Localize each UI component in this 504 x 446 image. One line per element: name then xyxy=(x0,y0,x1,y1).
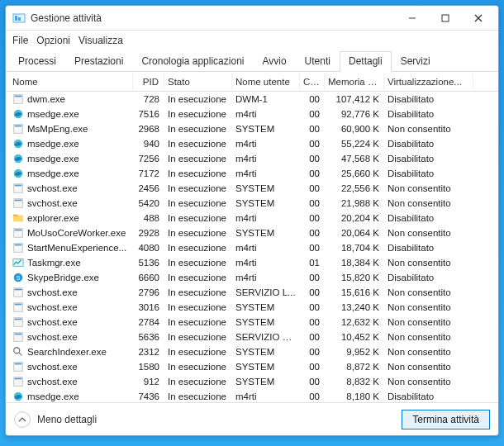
minimize-button[interactable] xyxy=(396,7,429,30)
cell-virt: Disabilitato xyxy=(384,212,473,224)
table-row[interactable]: svchost.exe912In esecuzioneSYSTEM008,832… xyxy=(6,374,498,389)
cell-cpu: 00 xyxy=(300,138,325,149)
tab-prestazioni[interactable]: Prestazioni xyxy=(65,51,132,72)
process-icon xyxy=(12,212,24,224)
table-row[interactable]: msedge.exe940In esecuzionem4rti0055,224 … xyxy=(6,136,498,151)
col-virt[interactable]: Virtualizzazione... xyxy=(384,74,473,90)
table-row[interactable]: msedge.exe7516In esecuzionem4rti0092,776… xyxy=(6,107,498,121)
menu-view[interactable]: Visualizza xyxy=(78,35,123,46)
process-icon xyxy=(12,227,24,239)
menu-file[interactable]: File xyxy=(12,35,28,46)
cell-mem: 8,180 K xyxy=(325,391,384,402)
col-user[interactable]: Nome utente xyxy=(232,74,300,90)
col-name[interactable]: Nome xyxy=(9,74,133,90)
tab-cronologia-applicazioni[interactable]: Cronologia applicazioni xyxy=(132,51,253,72)
cell-state: In esecuzione xyxy=(164,108,232,120)
tab-avvio[interactable]: Avvio xyxy=(253,51,295,72)
cell-mem: 20,204 K xyxy=(325,212,384,224)
col-mem[interactable]: Memoria (w... xyxy=(325,74,384,90)
window-title: Gestione attività xyxy=(31,12,102,24)
table-row[interactable]: msedge.exe7256In esecuzionem4rti0047,568… xyxy=(6,151,498,166)
table-row[interactable]: svchost.exe5420In esecuzioneSYSTEM0021,9… xyxy=(6,196,498,211)
cell-state: In esecuzione xyxy=(164,227,232,239)
table-row[interactable]: Taskmgr.exe5136In esecuzionem4rti0118,38… xyxy=(6,255,498,270)
process-name: msedge.exe xyxy=(27,139,79,149)
menu-options[interactable]: Opzioni xyxy=(36,35,70,46)
cell-state: In esecuzione xyxy=(164,316,232,328)
process-icon xyxy=(12,301,24,313)
cell-cpu: 00 xyxy=(300,272,325,283)
cell-pid: 5420 xyxy=(133,197,164,209)
process-icon xyxy=(12,153,24,164)
cell-virt: Disabilitato xyxy=(384,153,473,164)
chevron-up-icon xyxy=(14,411,31,428)
cell-virt: Disabilitato xyxy=(384,272,473,283)
cell-mem: 10,452 K xyxy=(325,331,384,343)
cell-virt: Non consentito xyxy=(384,123,473,135)
close-button[interactable] xyxy=(462,7,495,30)
process-name: MoUsoCoreWorker.exe xyxy=(27,228,126,238)
process-icon xyxy=(12,391,24,402)
cell-pid: 3016 xyxy=(133,301,164,313)
table-row[interactable]: svchost.exe2796In esecuzioneSERVIZIO L..… xyxy=(6,285,498,300)
table-row[interactable]: svchost.exe2456In esecuzioneSYSTEM0022,5… xyxy=(6,181,498,196)
svg-rect-20 xyxy=(13,215,17,217)
cell-state: In esecuzione xyxy=(164,93,232,105)
cell-state: In esecuzione xyxy=(164,257,232,268)
cell-mem: 13,240 K xyxy=(325,301,384,313)
fewer-details-button[interactable]: Meno dettagli xyxy=(14,411,97,428)
cell-mem: 18,384 K xyxy=(325,257,384,268)
cell-virt: Non consentito xyxy=(384,376,473,387)
table-row[interactable]: msedge.exe7172In esecuzionem4rti0025,660… xyxy=(6,166,498,181)
table-row[interactable]: svchost.exe1580In esecuzioneSYSTEM008,87… xyxy=(6,359,498,374)
cell-user: SYSTEM xyxy=(232,316,300,328)
cell-user: SYSTEM xyxy=(232,376,300,387)
maximize-button[interactable] xyxy=(429,7,462,30)
cell-mem: 15,616 K xyxy=(325,287,384,298)
end-task-button[interactable]: Termina attività xyxy=(402,410,490,429)
tab-dettagli[interactable]: Dettagli xyxy=(340,51,392,72)
table-row[interactable]: SearchIndexer.exe2312In esecuzioneSYSTEM… xyxy=(6,344,498,359)
cell-state: In esecuzione xyxy=(164,138,232,149)
cell-mem: 92,776 K xyxy=(325,108,384,120)
table-row[interactable]: MoUsoCoreWorker.exe2928In esecuzioneSYST… xyxy=(6,225,498,240)
process-table[interactable]: Nome PID Stato Nome utente CPU Memoria (… xyxy=(6,72,498,402)
tab-servizi[interactable]: Servizi xyxy=(392,51,440,72)
table-row[interactable]: SSkypeBridge.exe6660In esecuzionem4rti00… xyxy=(6,270,498,285)
table-row[interactable]: svchost.exe2784In esecuzioneSYSTEM0012,6… xyxy=(6,315,498,330)
cell-state: In esecuzione xyxy=(164,168,232,179)
cell-cpu: 00 xyxy=(300,153,325,164)
cell-pid: 488 xyxy=(133,212,164,224)
process-name: svchost.exe xyxy=(27,362,78,372)
col-cpu[interactable]: CPU xyxy=(300,74,325,90)
table-row[interactable]: svchost.exe5636In esecuzioneSERVIZIO DI.… xyxy=(6,330,498,344)
cell-cpu: 00 xyxy=(300,346,325,358)
table-header[interactable]: Nome PID Stato Nome utente CPU Memoria (… xyxy=(6,72,498,92)
tab-utenti[interactable]: Utenti xyxy=(296,51,340,72)
table-row[interactable]: MsMpEng.exe2968In esecuzioneSYSTEM0060,9… xyxy=(6,121,498,136)
cell-pid: 2784 xyxy=(133,316,164,328)
table-row[interactable]: svchost.exe3016In esecuzioneSYSTEM0013,2… xyxy=(6,300,498,315)
cell-cpu: 00 xyxy=(300,123,325,135)
cell-user: m4rti xyxy=(232,242,300,254)
svg-rect-35 xyxy=(15,334,22,335)
table-row[interactable]: explorer.exe488In esecuzionem4rti0020,20… xyxy=(6,211,498,225)
cell-cpu: 00 xyxy=(300,227,325,239)
app-icon xyxy=(12,12,26,25)
cell-cpu: 01 xyxy=(300,257,325,268)
cell-user: m4rti xyxy=(232,391,300,402)
col-state[interactable]: Stato xyxy=(164,74,232,90)
process-name: msedge.exe xyxy=(27,391,79,401)
process-name: dwm.exe xyxy=(27,94,65,104)
table-row[interactable]: dwm.exe728In esecuzioneDWM-100107,412 KD… xyxy=(6,92,498,107)
table-row[interactable]: msedge.exe7436In esecuzionem4rti008,180 … xyxy=(6,389,498,402)
cell-cpu: 00 xyxy=(300,242,325,254)
table-row[interactable]: StartMenuExperience...4080In esecuzionem… xyxy=(6,240,498,255)
cell-mem: 8,872 K xyxy=(325,361,384,372)
titlebar[interactable]: Gestione attività xyxy=(6,6,498,31)
process-icon xyxy=(12,197,24,209)
cell-cpu: 00 xyxy=(300,212,325,224)
col-pid[interactable]: PID xyxy=(133,74,164,90)
tab-processi[interactable]: Processi xyxy=(9,51,65,72)
cell-virt: Non consentito xyxy=(384,316,473,328)
